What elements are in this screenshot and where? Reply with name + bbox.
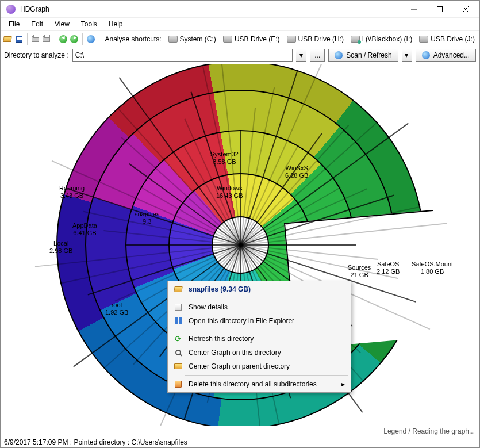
drive-icon — [223, 36, 232, 43]
explorer-icon — [174, 316, 183, 326]
drive-label: System (C:) — [180, 35, 216, 43]
context-center-this[interactable]: Center Graph on this directory — [169, 346, 350, 359]
globe-icon — [87, 35, 95, 43]
pathbar: Directory to analyze : ▾ ... Scan / Refr… — [1, 47, 479, 64]
context-delete[interactable]: Delete this directory and all subdirecto… — [169, 377, 350, 391]
context-show-details[interactable]: Show details — [169, 300, 350, 314]
separator — [82, 33, 83, 45]
print-icon — [32, 36, 39, 42]
scan-label: Scan / Refresh — [346, 51, 391, 59]
spoke-line — [241, 244, 356, 246]
context-title-row[interactable]: snapfiles (9.34 GB) — [169, 282, 350, 296]
directory-input[interactable] — [72, 49, 293, 62]
status-text: 6/9/2017 5:17:09 PM : Pointed directory … — [4, 438, 187, 446]
context-label: Center Graph on parent directory — [189, 362, 290, 370]
save-icon — [16, 36, 22, 43]
context-refresh[interactable]: ⟳ Refresh this directory — [169, 332, 350, 346]
menu-help[interactable]: Help — [104, 19, 128, 29]
advanced-button[interactable]: Advanced... — [416, 49, 476, 62]
directory-label: Directory to analyze : — [4, 51, 69, 59]
drive-label: USB Drive (E:) — [235, 35, 280, 43]
separator — [27, 33, 28, 45]
context-label: Show details — [189, 303, 228, 311]
spoke-line — [184, 118, 241, 245]
legend-bar[interactable]: Legend / Reading the graph... — [1, 426, 479, 436]
statusbar: 6/9/2017 5:17:09 PM : Pointed directory … — [1, 436, 479, 447]
drive-net-i[interactable]: i (\\Blackbox) (I:) — [348, 34, 414, 44]
drive-icon — [168, 36, 178, 43]
drive-usb-e[interactable]: USB Drive (E:) — [221, 34, 282, 44]
menu-file[interactable]: File — [4, 19, 24, 29]
context-center-parent[interactable]: Center Graph on parent directory — [169, 359, 350, 373]
context-separator — [185, 298, 348, 298]
drive-usb-j[interactable]: USB Drive (J:) — [417, 34, 477, 44]
spoke-line — [126, 244, 241, 246]
spoke-line — [240, 188, 367, 245]
svg-rect-0 — [437, 6, 442, 12]
window-title: HDGraph — [20, 5, 401, 13]
open-button[interactable] — [3, 33, 12, 45]
print-button[interactable] — [30, 33, 40, 45]
context-label: Refresh this directory — [189, 335, 254, 343]
magnify-icon — [174, 348, 183, 357]
details-icon — [174, 303, 183, 312]
advanced-icon — [422, 51, 430, 59]
browse-button[interactable]: ... — [310, 49, 325, 62]
menubar: File Edit View Tools Help — [1, 18, 479, 30]
advanced-label: Advanced... — [433, 51, 470, 59]
menu-view[interactable]: View — [50, 19, 74, 29]
context-label: Open this directory in File Explorer — [189, 317, 294, 325]
folder-open-icon — [3, 36, 11, 42]
globe-icon — [335, 51, 343, 59]
spoke-line — [240, 64, 325, 245]
directory-dropdown[interactable]: ▾ — [296, 49, 306, 62]
app-window: HDGraph File Edit View Tools Help Analys… — [0, 0, 480, 448]
drive-icon — [287, 36, 296, 43]
context-label: Center Graph on this directory — [189, 349, 281, 357]
context-title: snapfiles (9.34 GB) — [189, 285, 251, 293]
chart-area[interactable]: SnapFiles snapfiles (9.34 GB) Show detai… — [1, 64, 479, 426]
print-preview-icon — [43, 36, 50, 42]
refresh-icon: ⟳ — [174, 334, 183, 343]
drive-label: USB Drive (J:) — [431, 35, 475, 43]
context-menu: snapfiles (9.34 GB) Show details Open th… — [167, 281, 351, 393]
drive-icon — [419, 36, 428, 43]
network-drive-icon — [351, 36, 360, 43]
maximize-button[interactable] — [427, 1, 452, 17]
drive-system-c[interactable]: System (C:) — [166, 34, 218, 44]
spoke-line — [240, 130, 241, 245]
menu-edit[interactable]: Edit — [26, 19, 48, 29]
drive-label: i (\\Blackbox) (I:) — [362, 35, 412, 43]
print-preview-button[interactable] — [42, 33, 51, 45]
folder-icon — [174, 362, 183, 371]
minimize-button[interactable] — [401, 1, 427, 17]
reload-button[interactable] — [86, 33, 95, 45]
analyse-label: Analyse shortcuts: — [105, 35, 161, 43]
menu-tools[interactable]: Tools — [76, 19, 102, 29]
separator — [55, 33, 55, 45]
toolbar: Analyse shortcuts: System (C:) USB Drive… — [1, 30, 479, 47]
context-label: Delete this directory and all subdirecto… — [189, 380, 317, 388]
app-icon — [6, 5, 16, 14]
context-separator — [185, 330, 348, 330]
save-button[interactable] — [14, 33, 24, 45]
spoke-line — [51, 160, 241, 245]
back-icon — [59, 35, 67, 43]
context-separator — [185, 375, 348, 376]
scan-refresh-button[interactable]: Scan / Refresh — [328, 49, 398, 62]
titlebar: HDGraph — [1, 1, 479, 18]
legend-link[interactable]: Legend / Reading the graph... — [383, 427, 475, 435]
drive-label: USB Drive (H:) — [298, 35, 344, 43]
nav-forward-button[interactable] — [70, 33, 79, 45]
context-open-explorer[interactable]: Open this directory in File Explorer — [169, 314, 350, 328]
scan-dropdown[interactable]: ▾ — [402, 49, 412, 62]
drive-usb-h[interactable]: USB Drive (H:) — [285, 34, 346, 44]
separator — [99, 33, 99, 45]
folder-icon — [174, 285, 183, 294]
forward-icon — [70, 35, 78, 43]
nav-back-button[interactable] — [59, 33, 68, 45]
delete-icon — [174, 380, 183, 389]
close-button[interactable] — [452, 1, 478, 17]
submenu-arrow-icon: ▸ — [341, 380, 345, 388]
